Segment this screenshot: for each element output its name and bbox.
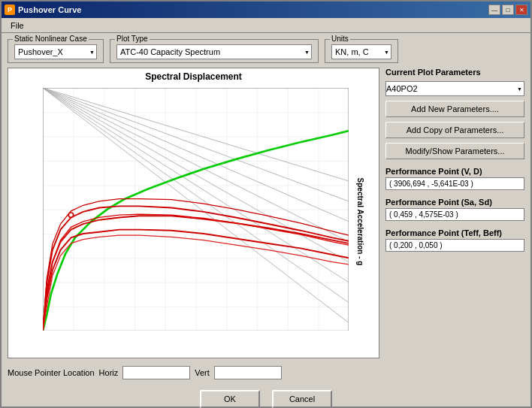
chart-svg: 0 0.12 0.24 0.36 0.48 0.60 0.72 0.84 0.9…: [43, 88, 349, 331]
perf-teff-beff-value: ( 0,200 , 0,050 ): [385, 239, 524, 252]
close-button[interactable]: ✕: [515, 5, 527, 15]
window-icon: P: [5, 5, 15, 15]
perf-teff-beff-label: Performance Point (Teff, Beff): [385, 228, 524, 237]
vert-input[interactable]: [214, 366, 282, 379]
menu-bar: File: [2, 18, 530, 33]
modify-show-params-button[interactable]: Modify/Show Parameters...: [385, 143, 524, 159]
perf-sa-sd-label: Performance Point (Sa, Sd): [385, 198, 524, 207]
title-bar: P Pushover Curve — □ ✕: [2, 2, 530, 18]
window-title: Pushover Curve: [18, 5, 81, 14]
static-nonlinear-case-select[interactable]: Pushover_X: [14, 44, 97, 59]
perf-v-d-label: Performance Point (V, D): [385, 167, 524, 176]
right-panel: Current Plot Parameters A40PO2 Add New P…: [385, 68, 524, 358]
current-params-select[interactable]: A40PO2: [385, 81, 524, 96]
content-area: Static Nonlinear Case Pushover_X Plot Ty…: [2, 33, 530, 408]
vert-label: Vert: [195, 368, 210, 377]
chart-area: Spectral Displacement: [8, 68, 379, 358]
units-wrapper: KN, m, C: [331, 44, 391, 59]
add-copy-params-button[interactable]: Add Copy of Parameters...: [385, 122, 524, 138]
plot-type-group: Plot Type ATC-40 Capacity Spectrum: [110, 39, 319, 63]
plot-type-label: Plot Type: [115, 35, 150, 43]
static-nonlinear-case-group: Static Nonlinear Case Pushover_X: [8, 39, 104, 63]
perf-v-d-value: ( 3906,694 , -5,641E-03 ): [385, 177, 524, 190]
units-group: Units KN, m, C: [325, 39, 398, 63]
title-bar-left: P Pushover Curve: [5, 5, 81, 15]
svg-rect-1: [43, 88, 349, 331]
ok-button[interactable]: OK: [200, 390, 260, 408]
add-new-params-button[interactable]: Add New Parameters....: [385, 101, 524, 117]
perf-teff-beff-section: Performance Point (Teff, Beff) ( 0,200 ,…: [385, 228, 524, 252]
static-nonlinear-case-label: Static Nonlinear Case: [13, 35, 89, 43]
title-bar-buttons: — □ ✕: [488, 5, 527, 15]
units-label: Units: [330, 35, 350, 43]
y-axis-label: Spectral Acceleration - g: [356, 177, 364, 265]
horiz-label: Horiz: [99, 368, 119, 377]
horiz-input[interactable]: [122, 366, 190, 379]
current-params-wrapper: A40PO2: [385, 81, 524, 96]
perf-v-d-section: Performance Point (V, D) ( 3906,694 , -5…: [385, 167, 524, 190]
chart-container: 0 0.12 0.24 0.36 0.48 0.60 0.72 0.84 0.9…: [8, 85, 379, 358]
plot-type-wrapper: ATC-40 Capacity Spectrum: [116, 44, 312, 59]
perf-sa-sd-section: Performance Point (Sa, Sd) ( 0,459 , 4,5…: [385, 198, 524, 221]
menu-file[interactable]: File: [5, 20, 30, 32]
main-area: Spectral Displacement: [8, 68, 524, 358]
perf-sa-sd-value: ( 0,459 , 4,575E-03 ): [385, 208, 524, 221]
mouse-pointer-label: Mouse Pointer Location: [8, 368, 95, 377]
chart-title: Spectral Displacement: [8, 68, 379, 85]
cancel-button[interactable]: Cancel: [272, 390, 332, 408]
minimize-button[interactable]: —: [488, 5, 500, 15]
bottom-row: Mouse Pointer Location Horiz Vert: [8, 363, 524, 382]
maximize-button[interactable]: □: [502, 5, 514, 15]
plot-type-select[interactable]: ATC-40 Capacity Spectrum: [116, 44, 312, 59]
footer-buttons: OK Cancel: [8, 387, 524, 408]
top-row: Static Nonlinear Case Pushover_X Plot Ty…: [8, 39, 524, 63]
units-select[interactable]: KN, m, C: [331, 44, 391, 59]
current-params-label: Current Plot Parameters: [385, 68, 524, 77]
main-window: P Pushover Curve — □ ✕ File Static Nonli…: [0, 0, 532, 408]
static-nonlinear-case-wrapper: Pushover_X: [14, 44, 97, 59]
